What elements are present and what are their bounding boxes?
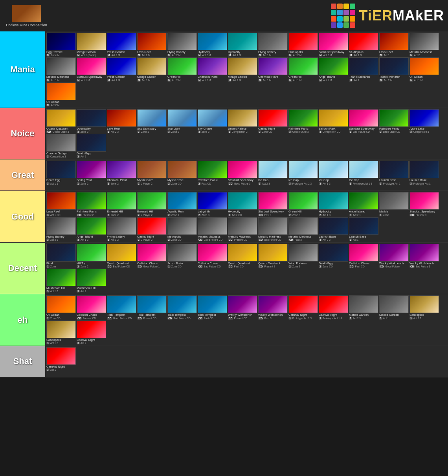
- stage-card[interactable]: Desert Palace3Competition 2: [228, 109, 257, 133]
- stage-card[interactable]: Stardust SpeedwayMAct 2 M: [319, 33, 348, 57]
- stage-card[interactable]: Chrome Gadget3Competition 3: [46, 134, 76, 158]
- stage-card[interactable]: Sky Sanctuary3Zone 1: [137, 109, 167, 133]
- stage-card[interactable]: Aquatic Ruin2Zone 1: [167, 192, 197, 216]
- stage-card[interactable]: Green Hill2Zone 3: [288, 192, 318, 216]
- stage-card[interactable]: Hydrocity2Act 1 3: [319, 192, 348, 216]
- stage-card[interactable]: Titanic MonarchMAct 2 M: [379, 57, 409, 81]
- stage-card[interactable]: Ice Cap3Prototype Act 1 3: [349, 161, 378, 185]
- stage-card[interactable]: Mirage SaloonMAct 1 M: [137, 57, 167, 81]
- stage-card[interactable]: Carnival Night3Act 2: [77, 320, 106, 344]
- stage-card[interactable]: Mirage SaloonMAct 2 M: [228, 57, 257, 81]
- stage-card[interactable]: Star Light3Zone 2: [167, 109, 197, 133]
- stage-card[interactable]: Mystic Cave22 Player 2: [137, 161, 167, 185]
- stage-card[interactable]: Lava Reef3Act 1 CD: [46, 192, 76, 216]
- stage-card[interactable]: Flying BatteryMAct 2 M: [167, 33, 197, 57]
- stage-card[interactable]: Scrap Brain1Zone CD: [167, 244, 197, 268]
- stage-card[interactable]: Quartz QuadrantCDPast CD: [228, 244, 257, 268]
- stage-card[interactable]: Hill Top2Zone 2: [77, 244, 106, 268]
- stage-card[interactable]: Chemical PlantMAct 2 M: [198, 57, 227, 81]
- stage-card[interactable]: Palmtree Panic3Bad Future CD: [379, 109, 409, 133]
- stage-card[interactable]: Death Egg3Act 1 1: [46, 161, 76, 185]
- stage-card[interactable]: Carnival Night3Prototype Act 2 3: [288, 295, 318, 319]
- stage-card[interactable]: Launch Base3Act 2 3: [319, 217, 348, 241]
- stage-card[interactable]: Flying Battery3Act 2 3: [46, 217, 76, 241]
- stage-card[interactable]: Metallic MadnessMAct 2: [409, 33, 439, 57]
- stage-card[interactable]: HydrocityMAct 2 M: [198, 33, 227, 57]
- stage-card[interactable]: Egg ReverieMZone M: [46, 33, 76, 57]
- stage-card[interactable]: Doomsday3Zone 3: [77, 109, 106, 133]
- stage-card[interactable]: Angel IslandMAct 1 M: [319, 57, 348, 81]
- stage-card[interactable]: Marble Garden3Act 2 3: [349, 295, 378, 319]
- stage-card[interactable]: Quartz QuadrantCDGood Future 3: [46, 109, 76, 133]
- stage-card[interactable]: Oil Ocean2Zone CD: [46, 295, 76, 319]
- stage-card[interactable]: Sandopolis3Act 2 3: [409, 295, 439, 319]
- stage-card[interactable]: Chemical Plant2Zone 2: [107, 161, 136, 185]
- stage-card[interactable]: Azure Lake3Competition 3: [409, 109, 439, 133]
- stage-card[interactable]: Press GardenMAct 1 M: [107, 57, 136, 81]
- stage-card[interactable]: Quartz QuadrantCDPresent 2: [258, 244, 288, 268]
- stage-card[interactable]: Stardust SpeedwayCDPresent 3: [409, 192, 439, 216]
- stage-card[interactable]: Green HillMAct 1 M: [288, 57, 318, 81]
- stage-card[interactable]: Labyrinth2Zone 3: [198, 192, 227, 216]
- stage-card[interactable]: Press GardenMAct 2 M: [107, 33, 136, 57]
- stage-card[interactable]: Metallic MadnessCDPresent CD: [228, 217, 257, 241]
- stage-card[interactable]: Chemical PlantMAct 1 M: [258, 57, 288, 81]
- stage-card[interactable]: Mushroom Hill3Act 1 3: [46, 269, 76, 293]
- stage-card[interactable]: Tidal TempestCDPast CD: [198, 295, 227, 319]
- stage-card[interactable]: Quartz QuadrantCDBad Future CD: [107, 244, 136, 268]
- stage-card[interactable]: Angel Island3Act 1 3: [77, 217, 106, 241]
- stage-card[interactable]: Casino Night22 Player 2: [137, 217, 167, 241]
- stage-card[interactable]: Collision ChaosCDPresent CD: [77, 295, 106, 319]
- stage-card[interactable]: Metallic MadnessCDGood Future CD: [198, 217, 227, 241]
- stage-card[interactable]: Ice Cap3Act 1 3: [319, 161, 348, 185]
- stage-card[interactable]: Final1Zone: [46, 244, 76, 268]
- stage-card[interactable]: Death Egg3Act 2: [77, 134, 106, 158]
- stage-card[interactable]: Collision ChaosCDBad Future CD: [198, 244, 227, 268]
- stage-card[interactable]: Wacky WorkbenchCDBad Future 3: [409, 244, 439, 268]
- stage-card[interactable]: Spring Yard1Zone 2: [77, 161, 106, 185]
- stage-card[interactable]: Balloon Park3Competition CD: [319, 109, 348, 133]
- stage-card[interactable]: Palmtree Panic3Good Future 3: [288, 109, 318, 133]
- stage-card[interactable]: Flying Battery3Act 1 2: [107, 217, 136, 241]
- stage-card[interactable]: Casino Night3Zone CD: [258, 109, 288, 133]
- stage-card[interactable]: Lava ReefMAct 2 M: [137, 33, 167, 57]
- stage-card[interactable]: Mirage SaloonMAct 1 (Sonic): [77, 33, 106, 57]
- stage-card[interactable]: Sky Chase3Zone 3: [198, 109, 227, 133]
- stage-card[interactable]: Stardust Speedway3Bad Future CD: [349, 109, 378, 133]
- stage-card[interactable]: Mushroom Hill3Act 2: [77, 269, 106, 293]
- stage-card[interactable]: Flying BatteryMAct 1 M: [258, 33, 288, 57]
- stage-card[interactable]: Hydrocity2Act 2 CD: [228, 192, 257, 216]
- stage-card[interactable]: Launch Base3Act 1: [349, 217, 378, 241]
- stage-card[interactable]: Titanic MonarchMAct 1: [349, 57, 378, 81]
- stage-card[interactable]: Launch Base3Prototype Act 1: [409, 161, 439, 185]
- stage-card[interactable]: Angel Island3Act 2 1: [349, 192, 378, 216]
- stage-card[interactable]: Stardust SpeedwayMAct 1 M: [77, 57, 106, 81]
- stage-card[interactable]: Tidal TempestCDGood Future CD: [107, 295, 136, 319]
- stage-card[interactable]: Green HillMAct 2 M: [167, 57, 197, 81]
- stage-card[interactable]: Tidal TempestCDBad Future CD: [167, 295, 197, 319]
- stage-card[interactable]: Marble1Zone: [379, 192, 409, 216]
- stage-card[interactable]: Collision ChaosCDGood Future 1: [137, 244, 167, 268]
- stage-card[interactable]: Metallic MadnessCDPast 3: [288, 217, 318, 241]
- stage-card[interactable]: Palmtree Panic2Past CD: [198, 161, 227, 185]
- stage-card[interactable]: Ice Cap3Act 2 3: [258, 161, 288, 185]
- stage-card[interactable]: Lava ReefMAct 1: [379, 33, 409, 57]
- stage-card[interactable]: Carnival Night3Act 1: [46, 347, 76, 371]
- stage-card[interactable]: Ice Cap3Prototype Act 2 3: [288, 161, 318, 185]
- stage-card[interactable]: Metallic MadnessCDBad Future CD: [258, 217, 288, 241]
- stage-card[interactable]: Death Egg2Zone CD: [319, 244, 348, 268]
- stage-card[interactable]: Marble Garden3Act 1: [379, 295, 409, 319]
- stage-card[interactable]: Carnival Night3Prototype Act 1 3: [319, 295, 348, 319]
- stage-card[interactable]: Collision ChaosCDPast CD: [349, 244, 378, 268]
- stage-card[interactable]: Stardust SpeedwayCDGood Future 3: [228, 161, 257, 185]
- stage-card[interactable]: Launch Base3Prototype Act 2: [379, 161, 409, 185]
- stage-card[interactable]: Tidal TempestCDPresent CD: [137, 295, 167, 319]
- stage-card[interactable]: Oil OceanMAct 2 M: [46, 82, 76, 106]
- stage-card[interactable]: Metallic MadnessMAct 1 M: [46, 57, 76, 81]
- stage-card[interactable]: Sandopolis3Act 1 3: [46, 320, 76, 344]
- stage-card[interactable]: Emerald Hill2Zone 2: [107, 192, 136, 216]
- stage-card[interactable]: Stardust SpeedwayCDPast 1: [258, 192, 288, 216]
- stage-card[interactable]: Lava Reef3Act 2 3: [107, 109, 136, 133]
- stage-card[interactable]: HydrocityMAct 1 M: [228, 33, 257, 57]
- stage-card[interactable]: Wacky WorkbenchCDPast 3: [258, 295, 288, 319]
